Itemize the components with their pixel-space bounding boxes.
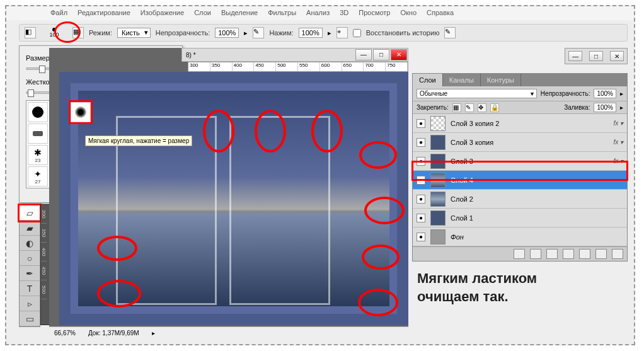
palette-min-button[interactable]: — <box>568 51 582 61</box>
document-titlebar[interactable]: 8) * — □ ✕ <box>181 48 408 62</box>
layer-row[interactable]: ●Слой 1 <box>413 209 627 227</box>
visibility-icon[interactable]: ● <box>417 138 425 147</box>
visibility-icon[interactable]: ● <box>417 233 425 241</box>
link-layers-icon[interactable] <box>514 249 525 259</box>
menu-item[interactable]: Выделение <box>221 9 258 18</box>
layer-row[interactable]: ●Слой 3 копия 2fx ▾ <box>413 114 627 133</box>
layer-thumbnail <box>430 135 446 150</box>
layer-name[interactable]: Слой 3 копия <box>451 139 493 146</box>
history-checkbox[interactable] <box>353 29 361 37</box>
lock-all-icon[interactable]: 🔒 <box>490 103 499 112</box>
lock-position-icon[interactable]: ✥ <box>478 103 486 112</box>
pressure-opacity-icon[interactable]: ✎ <box>253 27 264 38</box>
eraser-tool-icon[interactable]: ◧ <box>25 27 36 38</box>
layer-opacity-label: Непрозрачность: <box>541 90 590 97</box>
document-window: 8) * — □ ✕ 30035040045050055060065070075… <box>49 48 408 339</box>
dodge-tool[interactable]: ○ <box>20 251 40 266</box>
layers-panel: СлоиКаналыКонтуры Обычные Непрозрачность… <box>412 73 628 262</box>
opacity-dropdown-icon[interactable]: ▸ <box>620 90 623 97</box>
fill-label: Заливка: <box>564 104 590 111</box>
shape-tool[interactable]: ▭ <box>20 311 40 326</box>
mode-select[interactable]: Кисть <box>117 28 151 38</box>
opacity-input[interactable]: 100% <box>215 28 239 38</box>
panel-tab[interactable]: Слои <box>413 74 443 86</box>
layer-fx-icon[interactable] <box>530 249 541 259</box>
menu-item[interactable]: Редактирование <box>78 9 130 18</box>
brush-preset[interactable]: ✱23 <box>28 145 48 165</box>
menu-item[interactable]: Изображение <box>141 9 184 18</box>
palette-window-controls: — □ ✕ <box>565 48 628 64</box>
layer-opacity-input[interactable]: 100% <box>594 89 616 98</box>
close-button[interactable]: ✕ <box>391 49 407 60</box>
menu-item[interactable]: Фильтры <box>268 9 296 18</box>
ruler-tick-v: 350 <box>41 224 47 243</box>
lock-label: Закрепить: <box>417 104 449 111</box>
document-statusbar: 66,67% Док: 1,37M/9,69M ▸ <box>49 326 408 339</box>
brush-preset[interactable] <box>28 124 48 144</box>
menu-item[interactable]: Окно <box>401 9 417 18</box>
panel-tab[interactable]: Контуры <box>481 74 521 86</box>
fill-dropdown-icon[interactable]: ▸ <box>620 104 623 111</box>
visibility-icon[interactable]: ● <box>417 214 425 222</box>
airbrush-icon[interactable]: ⌖ <box>336 27 348 38</box>
annotation-oval <box>203 110 234 152</box>
layer-name[interactable]: Слой 1 <box>451 214 473 222</box>
flow-label: Нажим: <box>269 29 293 37</box>
pen-tool[interactable]: ✒ <box>20 266 40 281</box>
delete-layer-icon[interactable] <box>612 249 623 259</box>
canvas[interactable] <box>59 72 408 325</box>
annotation-oval <box>311 110 343 152</box>
annotation-oval <box>362 245 400 270</box>
blur-tool[interactable]: ◐ <box>20 236 40 251</box>
layer-name[interactable]: Фон <box>451 233 464 241</box>
brush-preset[interactable]: ✦27 <box>28 166 48 187</box>
layer-thumbnail <box>430 210 446 226</box>
layer-name[interactable]: Слой 3 копия 2 <box>451 120 499 127</box>
layer-row[interactable]: ●Фон <box>413 227 627 246</box>
menu-item[interactable]: Слои <box>194 9 211 18</box>
layer-mask-icon[interactable] <box>546 249 558 259</box>
layer-row[interactable]: ●Слой 3 копияfx ▾ <box>413 133 627 152</box>
brush-preset[interactable] <box>71 102 91 122</box>
fill-input[interactable]: 100% <box>594 103 616 112</box>
lock-pixels-icon[interactable]: ✎ <box>465 103 474 112</box>
menu-item[interactable]: Файл <box>50 9 67 18</box>
zoom-readout[interactable]: 66,67% <box>54 330 76 337</box>
ruler-tick: 400 <box>233 62 255 71</box>
layer-fx-badge[interactable]: fx ▾ <box>613 139 623 146</box>
history-label: Восстановить историю <box>366 29 440 37</box>
menu-item[interactable]: 3D <box>340 9 348 18</box>
flow-arrow-icon[interactable]: ▸ <box>328 29 331 37</box>
gradient-tool[interactable]: ▰ <box>20 221 40 236</box>
new-layer-icon[interactable] <box>595 249 607 259</box>
lock-transparency-icon[interactable]: ▦ <box>452 103 461 112</box>
layer-name[interactable]: Слой 2 <box>451 195 473 203</box>
annotation-oval <box>358 289 398 316</box>
annotation-brush-circle <box>54 21 81 43</box>
opacity-label: Непрозрачность: <box>156 29 210 37</box>
type-tool[interactable]: T <box>20 281 40 296</box>
visibility-icon[interactable]: ● <box>417 119 425 128</box>
eraser-tool[interactable]: ▱ <box>20 205 40 221</box>
status-arrow-icon[interactable]: ▸ <box>152 330 155 337</box>
brush-preset[interactable] <box>28 102 48 122</box>
pressure-size-icon[interactable]: ✎ <box>444 27 456 38</box>
opacity-arrow-icon[interactable]: ▸ <box>244 29 248 37</box>
visibility-icon[interactable]: ● <box>417 195 425 204</box>
menu-item[interactable]: Анализ <box>306 9 330 18</box>
path-tool[interactable]: ▹ <box>20 296 40 311</box>
menu-item[interactable]: Справка <box>427 9 454 18</box>
blend-mode-select[interactable]: Обычные <box>417 89 537 98</box>
minimize-button[interactable]: — <box>355 49 372 60</box>
maximize-button[interactable]: □ <box>373 49 389 60</box>
flow-input[interactable]: 100% <box>299 28 323 38</box>
annotation-caption: Мягким ластиком очищаем так. <box>417 270 625 306</box>
menu-item[interactable]: Просмотр <box>359 9 390 18</box>
layer-group-icon[interactable] <box>579 249 590 259</box>
adjustment-layer-icon[interactable] <box>563 249 574 259</box>
palette-close-button[interactable]: ✕ <box>610 51 624 61</box>
layer-row[interactable]: ●Слой 2 <box>413 190 627 209</box>
panel-tab[interactable]: Каналы <box>443 74 481 86</box>
palette-max-button[interactable]: □ <box>589 51 603 61</box>
layer-fx-badge[interactable]: fx ▾ <box>613 120 623 127</box>
